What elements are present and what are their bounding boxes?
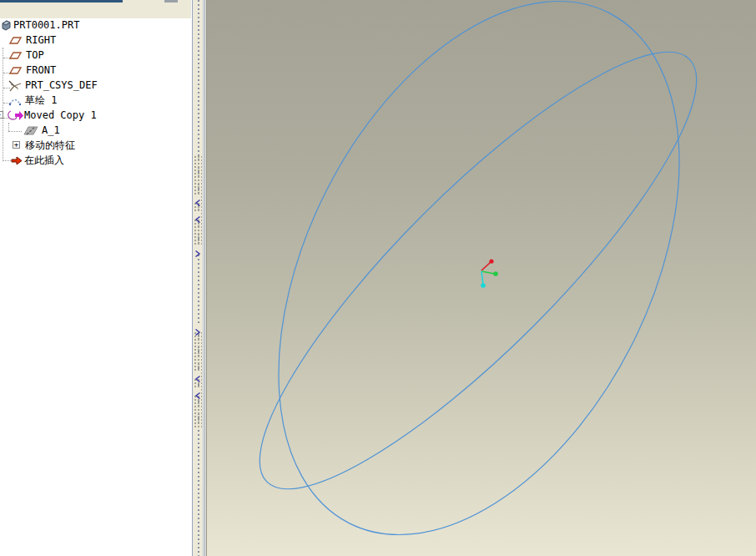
model-tree-panel: PRT0001.PRT RIGHT TOP FRONT (0, 0, 192, 556)
navigator-header-notch (164, 0, 178, 3)
tree-item-axis-a1[interactable]: A_1 (0, 123, 192, 138)
sash-dotted-line (198, 0, 199, 556)
expand-right-chevron[interactable] (194, 245, 201, 254)
tree-item-csys[interactable]: PRT_CSYS_DEF (0, 78, 192, 93)
csys-y-axis-tip (493, 271, 498, 276)
tree-item-top-plane[interactable]: TOP (0, 48, 192, 63)
tree-item-label: Moved Copy 1 (24, 108, 97, 123)
model-curve-ellipse-1[interactable] (207, 0, 756, 556)
graphics-viewport[interactable] (206, 0, 756, 556)
datum-plane-icon (9, 51, 23, 60)
collapse-left-chevron[interactable] (194, 371, 201, 379)
csys-z-axis-tip (481, 283, 486, 288)
expand-plus-box[interactable]: + (13, 141, 20, 149)
moved-copy-icon (7, 109, 24, 122)
model-canvas[interactable] (207, 0, 756, 556)
csys-x-axis-tip (489, 259, 493, 263)
insert-here-icon (11, 156, 23, 166)
sash-border (204, 0, 205, 556)
navigator-header (0, 0, 192, 19)
navigator-header-accent (0, 0, 123, 3)
tree-item-label: FRONT (26, 63, 56, 78)
tree-item-moved-copy[interactable]: - Moved Copy 1 (0, 108, 192, 123)
datum-plane-icon (9, 66, 23, 75)
tree-item-label: PRT_CSYS_DEF (25, 78, 98, 93)
csys-triad[interactable] (481, 259, 498, 287)
tree-item-sketch[interactable]: 草绘 1 (0, 93, 192, 108)
part-icon (1, 20, 12, 31)
expand-right-chevron[interactable] (194, 324, 201, 332)
collapse-left-chevron[interactable] (194, 195, 201, 203)
tree-item-label: 草绘 1 (25, 93, 57, 108)
collapse-expander[interactable]: - (0, 111, 3, 119)
tree-item-label: 移动的特征 (25, 138, 75, 153)
sketch-icon (8, 95, 23, 106)
tree-item-moved-feature-group[interactable]: + 移动的特征 (0, 138, 192, 153)
tree-item-label: 在此插入 (24, 153, 64, 168)
tree-item-label: RIGHT (26, 33, 56, 48)
tree-item-right-plane[interactable]: RIGHT (0, 33, 192, 48)
collapse-left-chevron[interactable] (194, 211, 201, 220)
tree-item-label: PRT0001.PRT (13, 18, 79, 33)
model-curve-ellipse-2[interactable] (211, 3, 744, 537)
collapse-left-chevron[interactable] (194, 387, 201, 396)
tree-item-part-root[interactable]: PRT0001.PRT (0, 18, 192, 33)
tree-item-label: TOP (26, 48, 44, 63)
tree-item-front-plane[interactable]: FRONT (0, 63, 192, 78)
csys-icon (8, 79, 23, 92)
tree-item-label: A_1 (42, 123, 60, 138)
datum-plane-icon (9, 36, 23, 45)
sash-border (192, 0, 193, 556)
navigator-sash[interactable] (192, 0, 206, 556)
tree-item-insert-here[interactable]: 在此插入 (0, 153, 192, 168)
sash-border (203, 0, 204, 556)
axis-icon (23, 125, 39, 136)
